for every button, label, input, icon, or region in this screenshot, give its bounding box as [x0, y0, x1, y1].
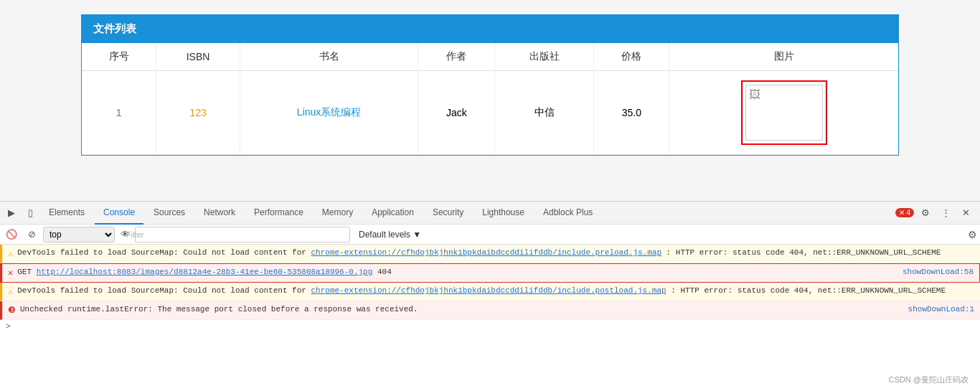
image-wrapper	[675, 77, 892, 149]
book-name-link[interactable]: Linux系统编程	[297, 106, 361, 118]
tab-security[interactable]: Security	[424, 202, 472, 225]
error-icon-1: ❸	[8, 304, 16, 317]
warn-msg-2-text: DevTools failed to load SourceMap: Could…	[17, 285, 974, 297]
col-publisher: 出版社	[495, 43, 594, 71]
console-warn-2: ⚠ DevTools failed to load SourceMap: Cou…	[0, 283, 980, 301]
device-toolbar-button[interactable]: ▯	[22, 204, 39, 222]
devtools-right-icons: ✕ 4 ⚙ ⋮ ✕	[895, 204, 974, 222]
get-error-text: GET http://localhost:8083/images/d8812a4…	[17, 266, 892, 278]
id-link[interactable]: 1	[116, 107, 122, 118]
tab-application[interactable]: Application	[363, 202, 423, 225]
error-badge: ✕ 4	[895, 208, 914, 217]
error-msg-1-text: Unchecked runtime.lastError: The message…	[20, 303, 898, 316]
cell-isbn: 123	[156, 71, 240, 155]
tab-elements[interactable]: Elements	[40, 202, 93, 225]
filter-toggle-button[interactable]: ⊘	[23, 226, 40, 243]
col-id: 序号	[82, 43, 156, 71]
tab-sources[interactable]: Sources	[145, 202, 194, 225]
cell-image	[669, 71, 898, 155]
table-header-row: 序号 ISBN 书名 作者 出版社 价格 图片	[82, 43, 898, 71]
tab-lighthouse[interactable]: Lighthouse	[473, 202, 533, 225]
warn-msg-2-link[interactable]: chrome-extension://cfhdojbkjhnk1bpkdaibd…	[311, 286, 666, 295]
cell-price: 35.0	[594, 71, 669, 155]
console-messages-list: ⚠ DevTools failed to load SourceMap: Cou…	[0, 245, 980, 391]
tab-adblock[interactable]: Adblock Plus	[534, 202, 601, 225]
top-section: 文件列表 序号 ISBN 书名 作者 出版社 价格 图片 1 123 Linux…	[0, 0, 980, 201]
filter-input[interactable]	[135, 227, 350, 242]
get-error-link[interactable]: http://localhost:8083/images/d8812a4e-28…	[37, 268, 373, 276]
error-count: 4	[906, 209, 910, 217]
error-msg-1-right: showDownLoad:1	[908, 303, 974, 316]
watermark: CSDN @曼陀山庄码农	[889, 374, 969, 385]
eye-icon[interactable]: 👁	[118, 227, 132, 242]
col-isbn: ISBN	[156, 43, 240, 71]
table-row: 1 123 Linux系统编程 Jack 中信 35.0	[82, 71, 898, 155]
console-error-1: ❸ Unchecked runtime.lastError: The messa…	[0, 301, 980, 320]
error-icon-x: ✕	[899, 209, 905, 217]
console-warn-1: ⚠ DevTools failed to load SourceMap: Cou…	[0, 245, 980, 263]
tab-console[interactable]: Console	[95, 202, 143, 225]
cell-publisher: 中信	[495, 71, 594, 155]
col-name: 书名	[240, 43, 418, 71]
isbn-value: 123	[189, 107, 206, 118]
get-error-right: showDownLoad:58	[903, 266, 974, 278]
default-levels-dropdown[interactable]: Default levels ▼	[359, 230, 421, 240]
col-price: 价格	[594, 43, 669, 71]
devtools-tabbar: ▶ ▯ Elements Console Sources Network Per…	[0, 202, 980, 225]
console-get-error: ✕ GET http://localhost:8083/images/d8812…	[0, 263, 980, 283]
file-table-title: 文件列表	[82, 15, 898, 43]
cell-name: Linux系统编程	[240, 71, 418, 155]
cell-author: Jack	[418, 71, 495, 155]
inspect-element-button[interactable]: ▶	[3, 204, 20, 222]
settings-button[interactable]: ⚙	[917, 204, 934, 222]
tab-performance[interactable]: Performance	[245, 202, 312, 225]
more-options-button[interactable]: ⋮	[937, 204, 954, 222]
clear-console-button[interactable]: 🚫	[3, 226, 20, 243]
console-settings-icon[interactable]: ⚙	[968, 229, 977, 240]
tab-network[interactable]: Network	[195, 202, 244, 225]
cell-id: 1	[82, 71, 156, 155]
warn-msg-1-link[interactable]: chrome-extension://cfhdojbkjhnk1bpkdaibd…	[311, 248, 661, 257]
console-body: ⚠ DevTools failed to load SourceMap: Cou…	[0, 245, 980, 391]
console-toolbar: 🚫 ⊘ top 👁 Filter Default levels ▼ ⚙	[0, 225, 980, 245]
file-table-container: 文件列表 序号 ISBN 书名 作者 出版社 价格 图片 1 123 Linux…	[81, 14, 899, 156]
file-table: 序号 ISBN 书名 作者 出版社 价格 图片 1 123 Linux系统编程 …	[82, 43, 898, 155]
col-image: 图片	[669, 43, 898, 71]
image-cell	[741, 80, 827, 145]
warn-icon-2: ⚠	[8, 286, 13, 298]
warn-msg-1-text: DevTools failed to load SourceMap: Could…	[17, 247, 974, 259]
context-select[interactable]: top	[43, 227, 115, 242]
console-prompt: >	[0, 320, 980, 333]
close-button[interactable]: ✕	[957, 204, 974, 222]
get-error-icon: ✕	[8, 267, 13, 280]
col-author: 作者	[418, 43, 495, 71]
tab-memory[interactable]: Memory	[314, 202, 362, 225]
devtools-panel: ▶ ▯ Elements Console Sources Network Per…	[0, 201, 980, 391]
warn-icon-1: ⚠	[8, 248, 13, 260]
prompt-symbol: >	[6, 322, 11, 331]
image-placeholder	[745, 85, 823, 141]
